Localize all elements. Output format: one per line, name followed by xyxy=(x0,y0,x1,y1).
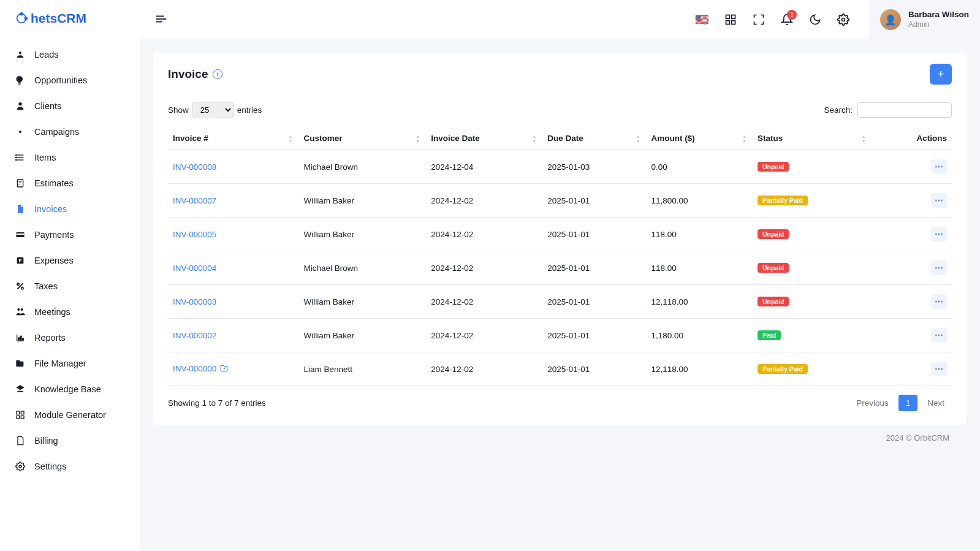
sidebar-item-meetings[interactable]: Meetings xyxy=(0,299,140,325)
sidebar-item-label: Opportunities xyxy=(34,75,87,85)
search-input[interactable] xyxy=(857,102,952,118)
svg-point-2 xyxy=(25,17,28,20)
user-menu-button[interactable]: 👤 Barbara Wilson Admin xyxy=(869,0,980,39)
info-icon[interactable]: i xyxy=(213,69,222,79)
svg-point-3 xyxy=(19,51,21,54)
cell-customer: William Baker xyxy=(298,218,426,251)
row-actions-button[interactable]: ⋯ xyxy=(931,159,947,174)
svg-rect-32 xyxy=(21,411,24,414)
sidebar-item-campaigns[interactable]: Campaigns xyxy=(0,119,140,145)
dark-mode-toggle[interactable] xyxy=(809,13,821,26)
pagination-prev[interactable]: Previous xyxy=(849,395,896,411)
svg-point-43 xyxy=(842,18,845,21)
table-row: INV-000002 William Baker 2024-12-02 2025… xyxy=(168,319,952,352)
moon-icon xyxy=(809,13,821,26)
status-badge: Unpaid xyxy=(758,263,789,273)
clients-icon xyxy=(15,101,26,112)
sort-icon: ▲▼ xyxy=(532,134,536,143)
sidebar-item-leads[interactable]: Leads xyxy=(0,42,140,67)
grid-icon xyxy=(724,13,737,26)
pagination-next[interactable]: Next xyxy=(920,395,952,411)
svg-point-4 xyxy=(18,102,21,105)
cell-amount: 0.00 xyxy=(646,150,753,184)
sidebar-item-label: Invoices xyxy=(34,204,67,214)
status-badge: Partially Paid xyxy=(758,364,808,374)
cell-invoice-date: 2024-12-02 xyxy=(426,319,542,352)
search-label: Search: xyxy=(824,105,853,115)
sidebar-item-label: Expenses xyxy=(34,256,74,265)
sidebar-item-label: File Manager xyxy=(34,359,86,368)
column-header[interactable]: Invoice #▲▼ xyxy=(168,127,298,150)
notifications-button[interactable]: 1 xyxy=(781,13,793,26)
invoice-link[interactable]: INV-000007 xyxy=(173,196,216,205)
hamburger-icon xyxy=(154,12,168,26)
row-actions-button[interactable]: ⋯ xyxy=(931,362,947,376)
invoice-link[interactable]: INV-000002 xyxy=(173,331,216,340)
sidebar-item-invoices[interactable]: Invoices xyxy=(0,196,140,222)
sort-icon: ▲▼ xyxy=(742,134,746,143)
cell-customer: William Baker xyxy=(298,285,426,319)
svg-point-11 xyxy=(16,159,17,160)
cell-due-date: 2025-01-03 xyxy=(542,150,646,184)
cell-customer: Michael Brown xyxy=(298,251,426,285)
sidebar-item-modulegenerator[interactable]: Module Generator xyxy=(0,402,140,428)
notification-badge: 1 xyxy=(787,10,797,20)
sidebar-item-settings[interactable]: Settings xyxy=(0,454,140,479)
cell-amount: 12,118.00 xyxy=(646,352,753,386)
status-badge: Unpaid xyxy=(758,297,789,306)
sort-icon: ▲▼ xyxy=(636,134,640,143)
apps-grid-button[interactable] xyxy=(724,13,737,26)
column-header[interactable]: Customer▲▼ xyxy=(298,127,426,150)
sidebar-item-taxes[interactable]: Taxes xyxy=(0,273,140,299)
sidebar-item-knowledgebase[interactable]: Knowledge Base xyxy=(0,376,140,402)
leads-icon xyxy=(15,49,26,60)
sidebar-item-expenses[interactable]: EExpenses xyxy=(0,248,140,273)
sidebar-item-items[interactable]: Items xyxy=(0,145,140,170)
column-header[interactable]: Amount ($)▲▼ xyxy=(646,127,753,150)
sidebar-item-estimates[interactable]: Estimates xyxy=(0,170,140,196)
column-header[interactable]: Due Date▲▼ xyxy=(542,127,646,150)
sidebar-item-clients[interactable]: Clients xyxy=(0,93,140,119)
brand-logo[interactable]: hetsCRM xyxy=(0,0,140,37)
sidebar-item-opportunities[interactable]: Opportunities xyxy=(0,67,140,93)
user-role: Admin xyxy=(908,20,969,30)
hamburger-menu-button[interactable] xyxy=(154,12,168,28)
avatar: 👤 xyxy=(880,9,901,30)
status-badge: Paid xyxy=(758,330,781,340)
sidebar-item-label: Billing xyxy=(34,436,58,446)
column-header[interactable]: Invoice Date▲▼ xyxy=(426,127,542,150)
svg-point-23 xyxy=(21,287,23,289)
cell-due-date: 2025-01-01 xyxy=(542,251,646,285)
table-row: INV-000005 William Baker 2024-12-02 2025… xyxy=(168,218,952,251)
row-actions-button[interactable]: ⋯ xyxy=(931,328,947,343)
sidebar-item-filemanager[interactable]: File Manager xyxy=(0,351,140,376)
logo-icon xyxy=(15,12,28,25)
invoice-link[interactable]: INV-000000 xyxy=(173,364,216,373)
row-actions-button[interactable]: ⋯ xyxy=(931,227,947,241)
row-actions-button[interactable]: ⋯ xyxy=(931,260,947,275)
page-size-select[interactable]: 25 xyxy=(192,102,234,118)
sidebar-item-label: Meetings xyxy=(34,307,70,317)
language-flag-icon[interactable]: 🇺🇸 xyxy=(695,13,708,26)
invoice-link[interactable]: INV-000008 xyxy=(173,162,216,172)
invoice-link[interactable]: INV-000003 xyxy=(173,297,216,306)
cell-customer: Liam Bennett xyxy=(298,352,426,386)
settings-button[interactable] xyxy=(837,13,849,26)
row-actions-button[interactable]: ⋯ xyxy=(931,294,947,309)
cell-amount: 1,180.00 xyxy=(646,319,753,352)
invoice-link[interactable]: INV-000005 xyxy=(173,230,216,239)
column-header[interactable]: Status▲▼ xyxy=(753,127,872,150)
table-row: INV-000007 William Baker 2024-12-02 2025… xyxy=(168,184,952,218)
sidebar-item-billing[interactable]: Billing xyxy=(0,428,140,454)
invoice-link[interactable]: INV-000004 xyxy=(173,264,216,273)
svg-point-10 xyxy=(16,157,17,158)
cell-customer: William Baker xyxy=(298,184,426,218)
row-actions-button[interactable]: ⋯ xyxy=(931,193,947,208)
pagination-page-1[interactable]: 1 xyxy=(898,395,918,411)
add-invoice-button[interactable]: + xyxy=(930,64,952,85)
sidebar-item-reports[interactable]: Reports xyxy=(0,325,140,351)
cell-customer: Michael Brown xyxy=(298,150,426,184)
sidebar-item-payments[interactable]: Payments xyxy=(0,222,140,248)
cell-amount: 118.00 xyxy=(646,251,753,285)
fullscreen-button[interactable] xyxy=(753,13,765,26)
